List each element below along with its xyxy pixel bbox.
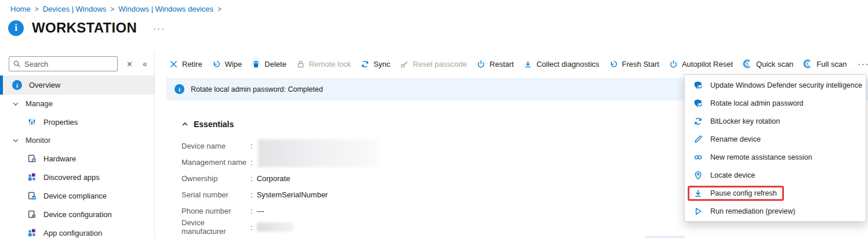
menu-item-label: Pause config refresh	[710, 189, 777, 197]
field-label: Phone number	[181, 207, 250, 215]
device-overview-page: Home > Devices | Windows > Windows | Win…	[0, 0, 868, 238]
sidebar-group-label: Manage	[26, 99, 53, 108]
sidebar: ✕ « Overview Manage Properties Monitor	[0, 52, 155, 238]
sidebar-item-device-compliance[interactable]: Device compliance	[0, 186, 154, 205]
breadcrumb-devices-windows[interactable]: Devices | Windows	[43, 5, 107, 13]
sidebar-group-manage[interactable]: Manage	[0, 95, 154, 113]
button-label: Fresh Start	[622, 60, 659, 68]
menu-item-label: Locate device	[710, 171, 755, 179]
redacted-value	[645, 236, 685, 238]
field-value: SystemSerialNumber	[257, 190, 328, 199]
sidebar-item-label: Device configuration	[43, 210, 112, 219]
full-scan-button[interactable]: Full scan	[803, 59, 847, 68]
sliders-icon	[27, 117, 37, 127]
trash-icon	[252, 60, 260, 68]
chevron-up-icon	[181, 120, 189, 128]
scan-icon	[743, 59, 752, 68]
breadcrumb-windows-devices[interactable]: Windows | Windows devices	[118, 5, 213, 13]
sidebar-item-label: Overview	[29, 81, 60, 89]
button-label: Remote lock	[309, 60, 351, 68]
device-icon	[27, 154, 37, 163]
sidebar-group-monitor[interactable]: Monitor	[0, 131, 154, 149]
retire-x-icon	[169, 60, 178, 68]
defender-refresh-icon	[693, 99, 703, 108]
essentials-header[interactable]: Essentials	[181, 120, 234, 129]
sidebar-group-label: Monitor	[26, 136, 50, 145]
sync-button[interactable]: Sync	[361, 60, 390, 68]
info-icon	[12, 80, 22, 90]
button-label: Restart	[489, 60, 514, 68]
toolbar-overflow-menu: Update Windows Defender security intelli…	[684, 74, 866, 222]
sidebar-collapse-button[interactable]: «	[143, 59, 147, 68]
reset-passcode-button[interactable]: Reset passcode	[400, 60, 467, 68]
power-icon	[477, 60, 485, 68]
menu-item-locate-device[interactable]: Locate device	[685, 166, 866, 184]
search-box[interactable]	[9, 56, 118, 71]
field-label: Serial number	[181, 190, 250, 199]
sidebar-item-label: Properties	[43, 118, 78, 127]
chevron-down-icon	[12, 100, 20, 108]
menu-item-bitlocker-key-rotation[interactable]: BitLocker key rotation	[685, 112, 866, 130]
delete-button[interactable]: Delete	[252, 60, 286, 68]
search-input[interactable]	[24, 60, 114, 68]
breadcrumb-home[interactable]: Home	[10, 5, 31, 13]
autopilot-reset-button[interactable]: Autopilot Reset	[669, 60, 733, 68]
pencil-icon	[693, 135, 703, 144]
title-more-button[interactable]: ···	[153, 23, 165, 33]
redacted-value	[257, 222, 293, 232]
field-value: ---	[257, 207, 264, 215]
sidebar-nav: Overview Manage Properties Monitor Hardw…	[0, 75, 154, 238]
download-icon	[693, 189, 703, 198]
essentials-right-column: Primary user Enrolled by Compliance : Co…	[582, 235, 868, 238]
field-label: Management name	[181, 158, 250, 167]
sidebar-item-device-configuration[interactable]: Device configuration	[0, 205, 154, 223]
red-highlight-box: Pause config refresh	[688, 186, 784, 201]
toolbar-overflow-button[interactable]: ···	[858, 59, 868, 68]
search-clear-button[interactable]: ✕	[126, 60, 133, 68]
defender-refresh-icon	[693, 81, 703, 90]
sidebar-item-hardware[interactable]: Hardware	[0, 149, 154, 168]
essentials-title: Essentials	[194, 120, 234, 129]
wipe-button[interactable]: Wipe	[212, 60, 242, 68]
menu-item-rotate-local-admin-password[interactable]: Rotate local admin password	[685, 94, 866, 112]
fresh-start-button[interactable]: Fresh Start	[609, 60, 659, 68]
menu-item-label: Update Windows Defender security intelli…	[710, 81, 862, 89]
field-label: Device manufacturer	[181, 218, 250, 236]
sidebar-item-label: Hardware	[43, 154, 76, 163]
sidebar-item-overview[interactable]: Overview	[0, 75, 154, 95]
chevron-down-icon	[12, 136, 20, 145]
field-label: Device name	[181, 142, 250, 150]
quick-scan-button[interactable]: Quick scan	[743, 59, 793, 68]
menu-item-run-remediation[interactable]: Run remediation (preview)	[685, 202, 866, 220]
power-icon	[669, 60, 678, 68]
menu-item-pause-config-refresh[interactable]: Pause config refresh	[685, 184, 866, 202]
button-label: Sync	[373, 60, 390, 68]
sync-icon	[361, 60, 369, 68]
button-label: Collect diagnostics	[536, 60, 599, 68]
remote-lock-button[interactable]: Remote lock	[296, 60, 351, 68]
link-icon	[693, 153, 703, 162]
menu-item-new-remote-assistance-session[interactable]: New remote assistance session	[685, 148, 866, 166]
restart-button[interactable]: Restart	[477, 60, 514, 68]
info-icon	[8, 20, 24, 36]
button-label: Retire	[182, 60, 202, 68]
menu-item-label: Run remediation (preview)	[710, 207, 796, 215]
sidebar-item-app-configuration[interactable]: App configuration	[0, 223, 154, 238]
scan-icon	[803, 59, 812, 68]
menu-item-label: Rename device	[710, 135, 761, 143]
sidebar-item-discovered-apps[interactable]: Discovered apps	[0, 168, 154, 186]
essentials-row: Primary user	[582, 235, 868, 238]
search-icon	[13, 60, 21, 68]
breadcrumb-separator: >	[35, 5, 39, 13]
download-icon	[524, 60, 532, 68]
button-label: Delete	[264, 60, 286, 68]
button-label: Full scan	[816, 60, 847, 68]
collect-diagnostics-button[interactable]: Collect diagnostics	[524, 60, 599, 68]
menu-item-update-defender-intelligence[interactable]: Update Windows Defender security intelli…	[685, 76, 866, 94]
page-title: WORKSTATION	[32, 20, 137, 36]
lock-icon	[296, 60, 305, 68]
retire-button[interactable]: Retire	[169, 60, 202, 68]
sidebar-item-properties[interactable]: Properties	[0, 113, 154, 131]
field-value: Corporate	[257, 174, 290, 183]
menu-item-rename-device[interactable]: Rename device	[685, 130, 866, 148]
